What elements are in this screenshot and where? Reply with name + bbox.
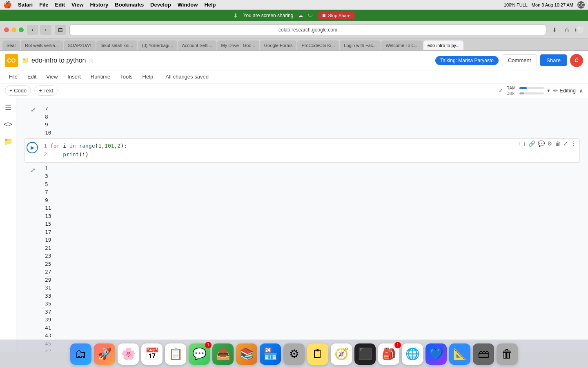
expand-resources-icon[interactable]: ▾ — [547, 88, 550, 94]
tab-mydrive[interactable]: My Drive - Goo... — [217, 40, 259, 50]
colab-help-menu[interactable]: Help — [138, 72, 158, 81]
stop-icon: ⏹ — [322, 13, 326, 18]
dock-trash[interactable]: 🗑 — [497, 343, 518, 365]
more-cell-button[interactable]: ⋮ — [570, 140, 576, 147]
dock-systemprefs[interactable]: ⚙ — [283, 343, 305, 365]
link-cell-button[interactable]: 🔗 — [528, 140, 535, 147]
tab-takut[interactable]: takut salah kiri... — [96, 40, 137, 50]
tab-gforms[interactable]: Google Forms — [260, 40, 297, 50]
close-button[interactable] — [4, 27, 9, 32]
prev-output-expand[interactable]: ⤢ — [28, 105, 38, 114]
dock-calendar[interactable]: 📅 — [141, 343, 163, 365]
tab-sear[interactable]: Sear — [2, 40, 20, 50]
minimize-button[interactable] — [11, 27, 16, 32]
history-menu[interactable]: History — [90, 2, 109, 8]
dock-facetime[interactable]: 📥 — [212, 343, 234, 365]
dock-finder[interactable]: 🗂 — [70, 343, 91, 365]
tab-edo-active[interactable]: edo-intro to py... — [423, 40, 464, 50]
colab-file-menu[interactable]: File — [5, 72, 22, 81]
bookmarks-menu[interactable]: Bookmarks — [115, 2, 144, 8]
dock-safari[interactable]: 🧭 — [331, 343, 352, 365]
download-button[interactable]: ⬇ — [550, 25, 559, 35]
avatar[interactable]: C — [570, 54, 583, 67]
tab-account[interactable]: Account Setti... — [178, 40, 216, 50]
dock-photos[interactable]: 🌸 — [118, 343, 139, 365]
colab-runtime-menu[interactable]: Runtime — [87, 72, 114, 81]
develop-menu[interactable]: Develop — [150, 2, 171, 8]
drive-icon: 📁 — [22, 57, 29, 64]
back-button[interactable]: ‹ — [27, 25, 38, 35]
cloud-icon: ☁ — [298, 13, 303, 18]
expand-cell-button[interactable]: ⤢ — [563, 140, 568, 147]
colab-menu: File Edit View Insert Runtime Tools Help… — [0, 70, 588, 83]
file-menu[interactable]: File — [39, 2, 48, 8]
delete-cell-button[interactable]: 🗑 — [555, 140, 561, 147]
dock-messages[interactable]: 💬 1 — [189, 343, 210, 365]
comment-button[interactable]: Comment — [502, 54, 537, 66]
fullscreen-button[interactable] — [19, 27, 24, 32]
tab-yoberbagi[interactable]: (3) YoBerbagi... — [138, 40, 177, 50]
dock-notes[interactable]: 🗒 — [307, 343, 328, 365]
move-up-button[interactable]: ↑ — [518, 140, 521, 147]
editing-label[interactable]: ✏ Editing — [553, 88, 576, 94]
sidebar-toc-icon[interactable]: ☰ — [3, 101, 13, 114]
view-menu[interactable]: View — [71, 2, 83, 8]
collapse-toolbar-icon[interactable]: ∧ — [579, 88, 583, 94]
settings-cell-button[interactable]: ⚙ — [547, 140, 552, 147]
comment-cell-button[interactable]: 💬 — [538, 140, 545, 147]
sidebar-search-icon[interactable]: <> — [2, 119, 14, 130]
share-button[interactable]: Share — [540, 54, 567, 66]
dock-terminal[interactable]: ⬛ — [354, 343, 376, 365]
stop-share-button[interactable]: ⏹ Stop Share — [318, 12, 354, 19]
colab-insert-menu[interactable]: Insert — [63, 72, 85, 81]
notebook-title[interactable]: edo-intro to python — [31, 57, 86, 64]
disk-bar-bg — [519, 92, 544, 94]
save-status: All changes saved — [165, 74, 209, 80]
star-button[interactable]: ☆ — [88, 56, 94, 64]
clock-display: Mon 3 Aug 10:27 AM — [532, 2, 573, 7]
colab-edit-menu[interactable]: Edit — [23, 72, 40, 81]
forward-button[interactable]: › — [40, 25, 51, 35]
tab-soap2day[interactable]: SOAP2DAY — [64, 40, 96, 50]
add-code-button[interactable]: + Code — [5, 85, 31, 96]
ram-label: RAM — [506, 86, 518, 90]
dock-launchpad[interactable]: 🚀 — [94, 343, 115, 365]
output-expand-button[interactable]: ⤢ — [28, 165, 38, 175]
dock-backblaze[interactable]: 🎒 1 — [378, 343, 399, 365]
dock-desktop[interactable]: 🗃 — [473, 343, 494, 365]
tab-procodecg[interactable]: ProCodeCG Ki... — [297, 40, 339, 50]
add-text-button[interactable]: + Text — [34, 85, 58, 96]
dock-books[interactable]: 📚 — [236, 343, 257, 365]
url-bar[interactable]: colab.research.google.com — [69, 25, 546, 35]
run-cell-button[interactable]: ▶ — [27, 142, 38, 153]
tab-welcome[interactable]: Welcome To C... — [381, 40, 422, 50]
dock-reminders[interactable]: 📋 — [165, 343, 186, 365]
sidebar-files-icon[interactable]: 📁 — [2, 135, 14, 148]
help-menu[interactable]: Help — [204, 2, 216, 8]
tab-rot[interactable]: Rot weiß verka... — [21, 40, 63, 50]
code-line-2: print(i) — [50, 150, 89, 159]
colab-app: CO 📁 edo-intro to python ☆ Talking: Mari… — [0, 51, 588, 352]
code-content[interactable]: 1 for i in range(1,101,2): 2 print(i) — [40, 142, 578, 159]
sidebar-toggle-button[interactable]: ⊟ — [55, 25, 66, 35]
colab-tools-menu[interactable]: Tools — [116, 72, 136, 81]
colab-content: ☰ <> 📁 ⤢ 7 8 9 10 ↑ — [0, 98, 588, 352]
move-down-button[interactable]: ↓ — [523, 140, 526, 147]
window-menu[interactable]: Window — [178, 2, 198, 8]
colab-view-menu[interactable]: View — [42, 72, 62, 81]
edit-menu[interactable]: Edit — [55, 2, 65, 8]
code-cell-toolbar: ↑ ↓ 🔗 💬 ⚙ 🗑 ⤢ ⋮ — [518, 140, 576, 147]
share-browser-button[interactable]: ⎙ — [562, 25, 572, 35]
dock-chrome[interactable]: 🌐 — [402, 343, 423, 365]
apple-menu[interactable]: 🍎 — [3, 1, 11, 9]
battery-status: 100% FULL — [504, 2, 528, 7]
user-initials: CG — [577, 1, 585, 9]
app-name[interactable]: Safari — [18, 2, 33, 8]
new-tab-button[interactable]: +⬜ — [574, 25, 584, 35]
tab-login[interactable]: Login with Fac... — [340, 40, 381, 50]
dock-zoom[interactable]: 📐 — [449, 343, 470, 365]
notebook-area: ⤢ 7 8 9 10 ↑ ↓ 🔗 💬 ⚙ 🗑 ⤢ — [16, 98, 588, 352]
dock-appstore[interactable]: 🏪 — [260, 343, 281, 365]
dock-messenger[interactable]: 💙 — [425, 343, 447, 365]
menubar-right: 100% FULL Mon 3 Aug 10:27 AM CG — [504, 1, 585, 9]
